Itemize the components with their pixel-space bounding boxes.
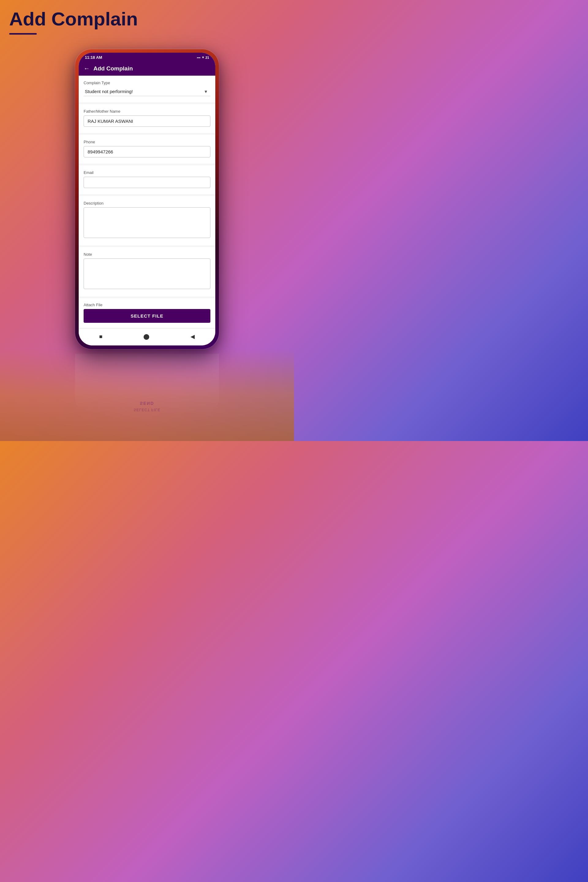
note-section: Note — [79, 247, 215, 297]
app-header: ← Add Complain — [79, 61, 215, 76]
status-bar: 11:18 AM ▪▪▪ ▾ 21 — [79, 52, 215, 61]
select-file-button[interactable]: SELECT FILE — [84, 309, 210, 323]
father-mother-section: Father/Mother Name — [79, 104, 215, 133]
signal-icon: ▪▪▪ — [197, 56, 201, 59]
complain-type-dropdown-wrapper: Student not performing! Behavior Issue A… — [84, 87, 210, 96]
phone-reflection: SEND SELECT FILE — [75, 354, 219, 415]
email-input[interactable] — [84, 177, 210, 188]
email-label: Email — [84, 170, 210, 175]
wifi-icon: ▾ — [202, 56, 204, 59]
note-textarea[interactable] — [84, 258, 210, 289]
phone-label: Phone — [84, 140, 210, 144]
phone-outer-shell: 11:18 AM ▪▪▪ ▾ 21 ← Add Complain Complai… — [75, 49, 219, 349]
attach-file-section: Attach File SELECT FILE — [79, 298, 215, 328]
nav-stop-button[interactable]: ■ — [96, 332, 106, 341]
status-icons: ▪▪▪ ▾ 21 — [197, 56, 209, 59]
attach-file-label: Attach File — [84, 303, 210, 307]
reflection-send-text: SEND — [140, 401, 154, 406]
complain-type-label: Complain Type — [84, 81, 210, 85]
title-underline — [9, 33, 37, 34]
status-time: 11:18 AM — [85, 55, 102, 60]
email-section: Email — [79, 165, 215, 194]
phone-section: Phone — [79, 135, 215, 164]
phone-input[interactable] — [84, 146, 210, 158]
nav-home-button[interactable]: ⬤ — [140, 332, 153, 341]
father-mother-input[interactable] — [84, 116, 210, 127]
app-header-title: Add Complain — [93, 65, 133, 72]
back-button[interactable]: ← — [84, 65, 90, 72]
complain-type-select[interactable]: Student not performing! Behavior Issue A… — [84, 87, 210, 96]
complain-type-section: Complain Type Student not performing! Be… — [79, 76, 215, 102]
page-title: Add Complain — [9, 9, 138, 29]
reflection-select-text: SELECT FILE — [134, 408, 160, 412]
nav-bar: ■ ⬤ ◀ — [79, 328, 215, 345]
description-textarea[interactable] — [84, 207, 210, 238]
note-label: Note — [84, 252, 210, 256]
battery-icon: 21 — [206, 56, 209, 59]
page-title-area: Add Complain — [9, 9, 138, 34]
description-section: Description — [79, 196, 215, 245]
description-label: Description — [84, 201, 210, 206]
nav-back-button[interactable]: ◀ — [188, 332, 198, 341]
phone-screen: 11:18 AM ▪▪▪ ▾ 21 ← Add Complain Complai… — [79, 52, 215, 345]
father-mother-label: Father/Mother Name — [84, 109, 210, 114]
phone-device: 11:18 AM ▪▪▪ ▾ 21 ← Add Complain Complai… — [75, 49, 219, 349]
form-content: Complain Type Student not performing! Be… — [79, 76, 215, 328]
